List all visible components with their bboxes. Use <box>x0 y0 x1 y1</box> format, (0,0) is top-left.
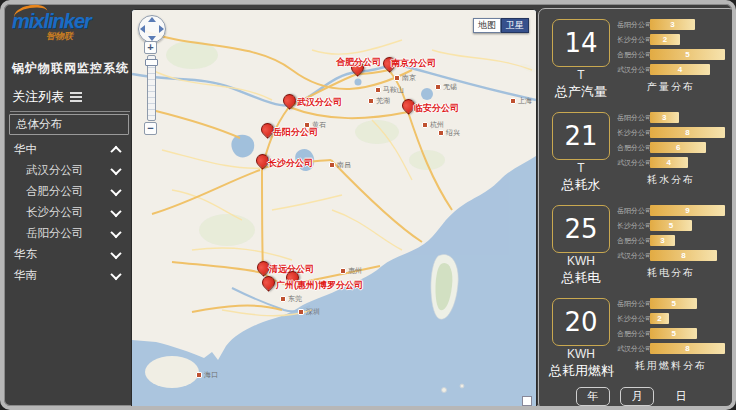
sidebar-item[interactable]: 长沙分公司 <box>8 202 130 223</box>
stat-chart-title: 耗电分布 <box>617 266 725 280</box>
bar-value: 8 <box>681 251 685 260</box>
stat-value-box: 20 <box>552 298 610 346</box>
zoom-slider[interactable] <box>147 55 156 121</box>
bar: 3 <box>650 235 675 246</box>
stat-bar-chart: 岳阳分公司3长沙分公司2合肥分公司5武汉分公司4 <box>617 19 725 79</box>
sidebar-item[interactable]: 华中 <box>8 139 130 160</box>
bar-branch-label: 武汉分公司 <box>617 251 650 261</box>
map-type-map-button[interactable]: 地图 <box>473 18 501 33</box>
watch-list-header: 关注列表 <box>10 85 130 112</box>
time-button-day[interactable]: 日 <box>664 387 698 406</box>
stat-bar-chart: 岳阳分公司3长沙分公司8合肥分公司6武汉分公司4 <box>617 112 725 172</box>
pan-right-icon[interactable] <box>159 25 164 33</box>
sidebar-item[interactable]: 华南 <box>8 265 130 286</box>
watch-list-label: 关注列表 <box>12 88 64 106</box>
bar-row: 武汉分公司8 <box>617 250 725 261</box>
zoom-in-button[interactable]: + <box>144 41 157 54</box>
bar-value: 8 <box>685 128 689 137</box>
sidebar: mixlinker 智物联 锅炉物联网监控系统 关注列表 总体分布华中武汉分公司… <box>8 6 130 406</box>
time-button-year[interactable]: 年 <box>576 387 610 406</box>
bar-row: 合肥分公司5 <box>617 328 725 339</box>
chevron-down-icon[interactable] <box>110 247 121 258</box>
branch-pin-label[interactable]: 岳阳分公司 <box>273 126 318 139</box>
pan-left-icon[interactable] <box>140 25 145 33</box>
sidebar-item[interactable]: 华东 <box>8 244 130 265</box>
stat-label: 总耗电 <box>549 269 613 287</box>
bar-row: 岳阳分公司3 <box>617 19 725 30</box>
pan-up-icon[interactable] <box>148 17 156 22</box>
bar-value: 8 <box>685 344 689 353</box>
sidebar-item-label: 华东 <box>14 247 37 262</box>
stat-unit: KWH <box>549 347 613 361</box>
map-zoom-control: + − <box>144 41 158 135</box>
map-type-switch: 地图 卫星 <box>473 18 529 33</box>
stat-chart-title: 耗用燃料分布 <box>617 359 725 373</box>
map-corner-widget[interactable] <box>522 396 532 406</box>
logo: mixlinker 智物联 <box>12 10 128 58</box>
chevron-up-icon[interactable] <box>110 145 121 156</box>
bar-row: 合肥分公司6 <box>617 142 725 153</box>
bar-row: 长沙分公司2 <box>617 34 725 45</box>
bar-row: 长沙分公司8 <box>617 127 725 138</box>
zoom-out-button[interactable]: − <box>144 122 157 135</box>
sidebar-item-label: 总体分布 <box>16 117 62 132</box>
stat-block: 20KWH总耗用燃料岳阳分公司5长沙分公司2合肥分公司5武汉分公司8耗用燃料分布 <box>543 292 731 385</box>
bar-row: 武汉分公司4 <box>617 157 725 168</box>
chevron-down-icon[interactable] <box>110 205 121 216</box>
logo-subtext: 智物联 <box>46 30 73 43</box>
bar-branch-label: 岳阳分公司 <box>617 206 650 216</box>
bar: 8 <box>650 250 717 261</box>
stat-value: 25 <box>564 214 597 244</box>
bar-row: 长沙分公司5 <box>617 220 725 231</box>
bar: 4 <box>650 157 688 168</box>
bar-branch-label: 武汉分公司 <box>617 65 650 75</box>
stat-block: 14T总产汽量岳阳分公司3长沙分公司2合肥分公司5武汉分公司4产量分布 <box>543 13 731 106</box>
bar-value: 2 <box>657 314 661 323</box>
sidebar-item-label: 华南 <box>14 268 37 283</box>
time-button-month[interactable]: 月 <box>620 387 654 406</box>
branch-pin-label[interactable]: 广州(惠州)博罗分公司 <box>276 279 363 292</box>
branch-pin-label[interactable]: 长沙分公司 <box>268 157 313 170</box>
watch-list-tree: 总体分布华中武汉分公司合肥分公司长沙分公司岳阳分公司华东华南 <box>8 114 130 286</box>
branch-pin-label[interactable]: 武汉分公司 <box>297 96 342 109</box>
list-icon[interactable] <box>70 90 82 104</box>
map-canvas[interactable]: 南京无锡上海马鞍山芜湖杭州绍兴黄石南昌惠州东莞深圳海口 合肥分公司南京分公司临安… <box>131 9 537 410</box>
chevron-down-icon[interactable] <box>110 226 121 237</box>
bar-branch-label: 武汉分公司 <box>617 158 650 168</box>
stat-unit: T <box>549 161 613 175</box>
map-pan-control[interactable] <box>138 15 166 43</box>
chevron-down-icon[interactable] <box>110 268 121 279</box>
branch-pin-label[interactable]: 南京分公司 <box>391 57 436 70</box>
chevron-down-icon[interactable] <box>110 163 121 174</box>
bar-branch-label: 岳阳分公司 <box>617 299 650 309</box>
stat-bar-chart: 岳阳分公司5长沙分公司2合肥分公司5武汉分公司8 <box>617 298 725 358</box>
sidebar-item-label: 岳阳分公司 <box>26 226 84 241</box>
sidebar-item[interactable]: 岳阳分公司 <box>8 223 130 244</box>
bar-branch-label: 合肥分公司 <box>617 143 650 153</box>
bar-row: 岳阳分公司5 <box>617 298 725 309</box>
bar-row: 武汉分公司8 <box>617 343 725 354</box>
branch-pin-label[interactable]: 临安分公司 <box>414 102 459 115</box>
stat-unit: KWH <box>549 254 613 268</box>
bar-row: 长沙分公司2 <box>617 313 725 324</box>
bar-branch-label: 岳阳分公司 <box>617 113 650 123</box>
stat-chart-title: 耗水分布 <box>617 173 725 187</box>
bar: 3 <box>650 19 695 30</box>
zoom-slider-thumb[interactable] <box>145 59 158 66</box>
branch-pin-label[interactable]: 合肥分公司 <box>336 56 381 69</box>
bar: 2 <box>650 313 669 324</box>
map-type-satellite-button[interactable]: 卫星 <box>501 18 529 33</box>
chevron-down-icon[interactable] <box>110 184 121 195</box>
app-window: mixlinker 智物联 锅炉物联网监控系统 关注列表 总体分布华中武汉分公司… <box>0 0 736 410</box>
sidebar-item[interactable]: 合肥分公司 <box>8 181 130 202</box>
bar-value: 4 <box>667 158 671 167</box>
stat-bar-chart: 岳阳分公司9长沙分公司5合肥分公司3武汉分公司8 <box>617 205 725 265</box>
stat-value: 21 <box>564 121 597 151</box>
bar-row: 合肥分公司5 <box>617 49 725 60</box>
time-range-switch: 年月日 <box>543 385 731 407</box>
bar-branch-label: 武汉分公司 <box>617 344 650 354</box>
sidebar-item[interactable]: 总体分布 <box>9 114 129 135</box>
stat-block: 25KWH总耗电岳阳分公司9长沙分公司5合肥分公司3武汉分公司8耗电分布 <box>543 199 731 292</box>
bar-branch-label: 合肥分公司 <box>617 329 650 339</box>
sidebar-item[interactable]: 武汉分公司 <box>8 160 130 181</box>
